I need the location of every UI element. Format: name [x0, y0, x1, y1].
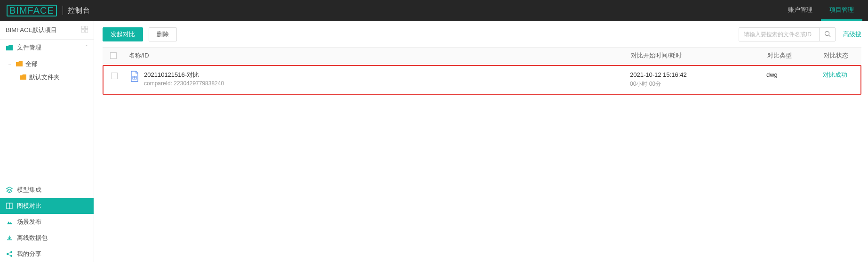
console-title: 控制台 [68, 6, 90, 15]
top-header: BIMFACE 控制台 账户管理 项目管理 [0, 0, 868, 21]
tree-child-label: 默认文件夹 [29, 73, 60, 82]
folder-icon [6, 45, 13, 50]
sidebar-item-offline-pkg[interactable]: 离线数据包 [0, 230, 94, 246]
chevron-up-icon: ˄ [85, 44, 88, 51]
compare-table: 名称/ID 对比开始时间/耗时 对比类型 对比状态 [103, 47, 861, 95]
sidebar-item-my-share[interactable]: 我的分享 [0, 246, 94, 262]
logo: BIMFACE 控制台 [7, 5, 90, 16]
svg-rect-0 [81, 26, 84, 29]
row-start-cell: 2021-10-12 15:16:42 00小时 00分 [630, 71, 766, 88]
svg-point-8 [10, 255, 12, 257]
folder-icon [16, 61, 23, 68]
header-checkbox-cell [103, 52, 124, 59]
content-area: 发起对比 删除 高级搜 名称/ID 对比开始时间/耗时 对比类型 对比状态 [94, 21, 868, 262]
row-type-cell: dwg [766, 71, 823, 79]
search-button[interactable] [819, 28, 835, 41]
download-icon [6, 235, 13, 241]
header-status: 对比状态 [824, 51, 861, 60]
search-box [739, 27, 836, 41]
row-checkbox-cell [104, 71, 125, 79]
sidebar-item-scene-publish[interactable]: 场景发布 [0, 214, 94, 230]
row-checkbox[interactable] [111, 73, 118, 79]
svg-point-9 [825, 31, 829, 35]
logo-mark: BIMFACE [7, 5, 57, 16]
toolbar: 发起对比 删除 高级搜 [103, 27, 861, 41]
nav-account[interactable]: 账户管理 [780, 0, 821, 21]
sidebar-item-label: 文件管理 [17, 43, 41, 52]
tree-toggle-icon[interactable]: – [8, 62, 13, 67]
row-duration: 00小时 00分 [630, 80, 766, 88]
delete-button[interactable]: 删除 [149, 27, 177, 41]
row-compare-id: compareId: 2230429779838240 [144, 80, 224, 87]
search-input[interactable] [739, 31, 819, 38]
project-name: BIMFACE默认项目 [6, 26, 57, 34]
header-start: 对比开始时间/耗时 [631, 51, 767, 60]
app-grid-icon[interactable] [81, 26, 88, 34]
row-status: 对比成功 [823, 71, 860, 79]
svg-line-10 [828, 35, 830, 37]
nav-project[interactable]: 项目管理 [821, 0, 862, 21]
row-start-time: 2021-10-12 15:16:42 [630, 71, 766, 79]
scene-icon [6, 219, 13, 225]
sidebar-item-compare[interactable]: 图模对比 [0, 198, 94, 214]
row-name-cell: 202110121516-对比 compareId: 2230429779838… [125, 71, 630, 87]
tree-child[interactable]: 默认文件夹 [0, 71, 94, 84]
share-icon [6, 251, 13, 257]
top-nav: 账户管理 项目管理 [780, 0, 862, 21]
folder-tree: – 全部 默认文件夹 [0, 56, 94, 86]
table-body: 202110121516-对比 compareId: 2230429779838… [103, 65, 861, 95]
sidebar-item-label: 我的分享 [17, 250, 41, 258]
svg-rect-2 [81, 30, 84, 33]
row-status-cell: 对比成功 [823, 71, 860, 79]
svg-point-7 [10, 251, 12, 253]
folder-icon [20, 74, 26, 81]
table-row[interactable]: 202110121516-对比 compareId: 2230429779838… [103, 65, 861, 95]
compare-icon [6, 203, 13, 209]
sidebar-item-model-integration[interactable]: 模型集成 [0, 182, 94, 198]
select-all-checkbox[interactable] [110, 52, 117, 59]
row-title: 202110121516-对比 [144, 71, 224, 79]
sidebar-item-label: 离线数据包 [17, 234, 48, 242]
tree-root[interactable]: – 全部 [0, 57, 94, 71]
header-type: 对比类型 [767, 51, 824, 60]
sidebar-item-label: 场景发布 [17, 218, 41, 226]
search-icon [824, 31, 831, 37]
sidebar: BIMFACE默认项目 文件管理 ˄ – 全部 [0, 21, 94, 262]
svg-rect-3 [85, 30, 88, 33]
project-block: BIMFACE默认项目 [0, 21, 94, 40]
start-compare-button[interactable]: 发起对比 [103, 27, 143, 41]
svg-rect-1 [85, 26, 88, 29]
row-type: dwg [766, 71, 823, 79]
tree-root-label: 全部 [25, 60, 38, 68]
sidebar-item-label: 模型集成 [17, 186, 41, 194]
layers-icon [6, 187, 13, 193]
file-icon [130, 71, 140, 83]
table-header: 名称/ID 对比开始时间/耗时 对比类型 对比状态 [103, 47, 861, 64]
logo-divider [63, 6, 63, 15]
sidebar-item-file-mgmt[interactable]: 文件管理 ˄ [0, 40, 94, 56]
sidebar-item-label: 图模对比 [17, 202, 41, 210]
advanced-search-link[interactable]: 高级搜 [841, 30, 861, 39]
header-name: 名称/ID [124, 51, 631, 60]
